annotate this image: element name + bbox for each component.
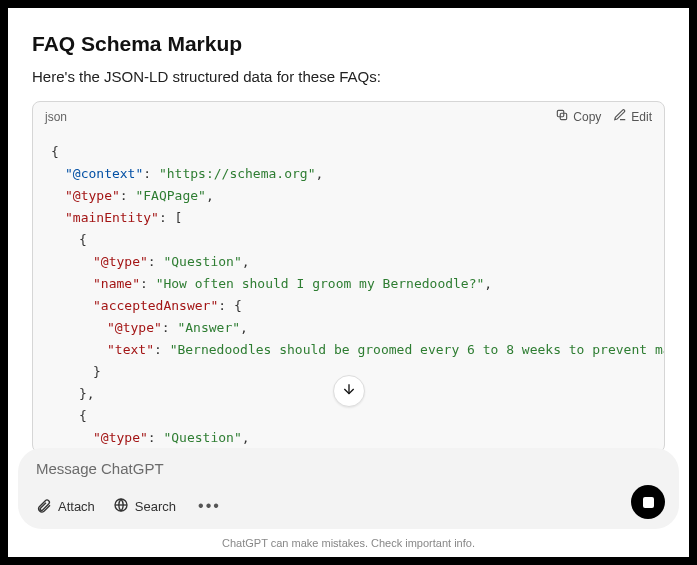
copy-label: Copy: [573, 110, 601, 124]
app-frame: FAQ Schema Markup Here's the JSON-LD str…: [8, 8, 689, 557]
stop-icon: [643, 497, 654, 508]
section-lead: Here's the JSON-LD structured data for t…: [32, 68, 665, 85]
section-heading: FAQ Schema Markup: [32, 32, 665, 56]
ellipsis-icon: •••: [198, 497, 221, 515]
edit-icon: [613, 108, 627, 125]
composer: Message ChatGPT Attach Search •••: [18, 448, 679, 529]
disclaimer-text: ChatGPT can make mistakes. Check importa…: [8, 537, 689, 549]
code-language-label: json: [45, 110, 67, 124]
scroll-to-bottom-button[interactable]: [333, 375, 365, 407]
code-block-header: json Copy Edit: [33, 102, 664, 131]
stop-generating-button[interactable]: [631, 485, 665, 519]
copy-code-button[interactable]: Copy: [555, 108, 601, 125]
copy-icon: [555, 108, 569, 125]
search-button[interactable]: Search: [113, 497, 176, 516]
edit-code-button[interactable]: Edit: [613, 108, 652, 125]
message-input[interactable]: Message ChatGPT: [36, 460, 619, 477]
search-label: Search: [135, 499, 176, 514]
arrow-down-icon: [341, 381, 357, 401]
attach-button[interactable]: Attach: [36, 497, 95, 516]
globe-icon: [113, 497, 129, 516]
paperclip-icon: [36, 497, 52, 516]
more-button[interactable]: •••: [194, 493, 225, 519]
edit-label: Edit: [631, 110, 652, 124]
attach-label: Attach: [58, 499, 95, 514]
